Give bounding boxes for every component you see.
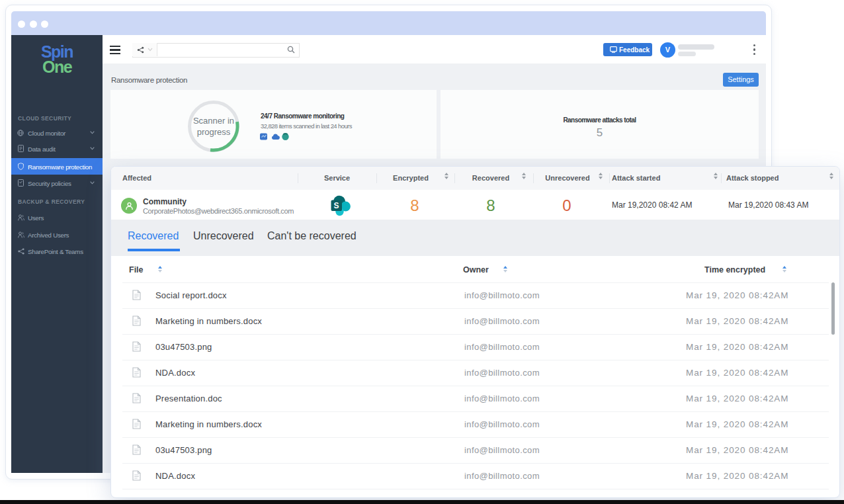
svg-text:S: S — [333, 201, 339, 210]
